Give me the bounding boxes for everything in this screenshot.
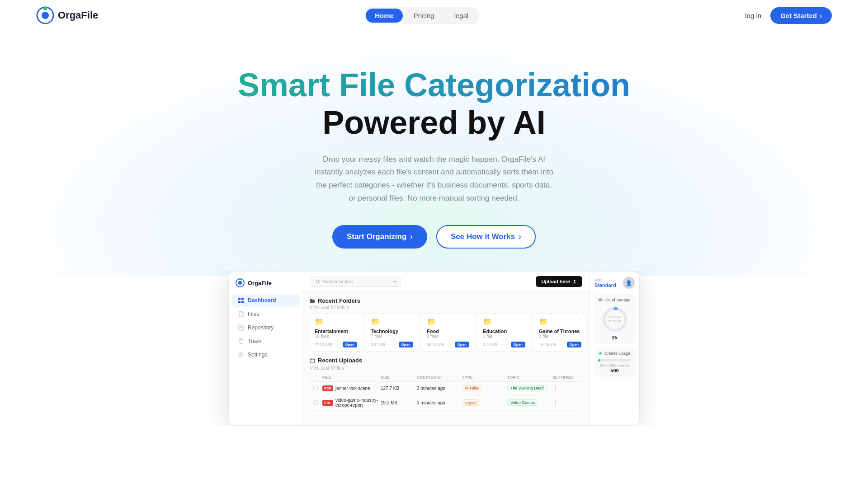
row-checkbox[interactable]: [313, 400, 318, 405]
svg-rect-7: [241, 298, 244, 300]
app-content: Recent Folders View Last 5 Folders 📁↑ En…: [303, 292, 590, 416]
logo-icon: [36, 6, 54, 24]
credits-bar: [598, 359, 600, 361]
folder-card-entertainment[interactable]: 📁↑ Entertainment 16 files 77.35 MBOpen: [310, 313, 362, 352]
plan-name: Standard: [594, 282, 616, 288]
open-badge[interactable]: Open: [511, 342, 525, 347]
recent-folders-subtitle: View Last 5 Folders: [310, 305, 583, 310]
app-main: Search for files ▾ Upload here: [303, 272, 590, 425]
open-badge[interactable]: Open: [567, 342, 581, 347]
sidebar-item-dashboard[interactable]: Dashboard: [231, 294, 300, 307]
folder-icon: [310, 298, 315, 304]
navbar: OrgaFile Home Pricing legal log in Get S…: [0, 0, 868, 31]
sidebar-item-trash[interactable]: Trash: [231, 335, 300, 347]
brand-logo[interactable]: OrgaFile: [36, 6, 98, 24]
folder-size: 0.32 KB: [371, 343, 385, 347]
row-settings-icon[interactable]: ⋮: [552, 399, 580, 406]
logo-text: OrgaFile: [58, 9, 98, 21]
folders-row: 📁↑ Entertainment 16 files 77.35 MBOpen 📁…: [310, 313, 583, 352]
hero-title: Smart File Categorization Powered by AI: [18, 67, 850, 142]
recent-uploads-section: Recent Uploads View Last 8 Files FILE SI…: [310, 357, 583, 411]
sidebar-item-settings[interactable]: Settings: [231, 348, 300, 361]
svg-rect-8: [238, 301, 241, 303]
upload-small-icon: ↑: [467, 317, 469, 322]
table-header: FILE SIZE CREATED AT TYPE TOPIC SETTINGS: [310, 373, 583, 382]
folder-card-education[interactable]: 📁↑ Education 1 file 0.20 KBOpen: [478, 313, 530, 352]
folder-count: 7 files: [371, 334, 413, 339]
nav-pricing[interactable]: Pricing: [405, 9, 443, 23]
folder-card-game-of-thrones[interactable]: 📁↑ Game of Thrones 1 file 16.16 MBOpen: [534, 313, 586, 352]
search-dropdown-icon: ▾: [394, 279, 396, 284]
cloud-storage-title: Cloud Storage: [598, 298, 631, 302]
folder-blue-icon: 📁: [539, 317, 548, 326]
recent-uploads-title: Recent Uploads: [310, 357, 583, 364]
folder-size: 39.91 MB: [427, 343, 444, 347]
recent-folders-section: Recent Folders View Last 5 Folders: [310, 297, 583, 310]
cloud-storage-card: Cloud Storage 123.7 MB of 25 GB 25: [594, 294, 635, 344]
storage-donut-chart: 123.7 MB of 25 GB: [598, 306, 631, 333]
recent-folders-title: Recent Folders: [310, 297, 583, 304]
user-avatar[interactable]: 👤: [623, 277, 635, 289]
svg-point-13: [240, 354, 242, 356]
svg-line-15: [319, 282, 320, 284]
table-row: PDF jenner-vox-scene 127.7 KB 3 minutes …: [310, 382, 583, 395]
folder-count: 16 files: [315, 334, 357, 339]
open-badge[interactable]: Open: [343, 342, 357, 347]
folder-blue-icon: 📁: [427, 317, 436, 326]
get-started-button[interactable]: Get Started ›: [770, 7, 832, 24]
upload-small-icon: ↑: [579, 317, 581, 322]
folder-card-technology[interactable]: 📁↑ Technology 7 files 0.32 KBOpen: [366, 313, 418, 352]
folder-blue-icon: 📁: [483, 317, 492, 326]
table-row: PDF video-game-industry-europe-report 19…: [310, 395, 583, 411]
nav-home[interactable]: Home: [366, 9, 403, 23]
credits-count: 32 of 500 credits: [598, 363, 631, 368]
row-checkbox[interactable]: [313, 386, 318, 390]
type-tag: teleplay: [462, 385, 482, 391]
app-right-panel: Plan Standard 👤 Cloud Storage 12: [590, 272, 639, 425]
upload-button[interactable]: Upload here: [536, 276, 582, 287]
open-badge[interactable]: Open: [455, 342, 469, 347]
hero-section: Smart File Categorization Powered by AI …: [0, 31, 868, 276]
row-settings-icon[interactable]: ⋮: [552, 385, 580, 392]
chevron-right-icon: ›: [519, 232, 521, 241]
start-organizing-button[interactable]: Start Organizing ›: [332, 225, 427, 249]
upload-small-icon: ↑: [411, 317, 413, 322]
type-tag: report: [462, 399, 479, 406]
svg-point-14: [316, 280, 319, 282]
plan-section: Plan Standard 👤: [594, 277, 635, 289]
nav-links: Home Pricing legal: [364, 7, 479, 24]
search-bar[interactable]: Search for files ▾: [311, 277, 401, 287]
see-how-it-works-button[interactable]: See How It Works ›: [436, 225, 536, 249]
folder-card-food[interactable]: 📁↑ Food 2 files 39.91 MBOpen: [422, 313, 474, 352]
folder-name: Entertainment: [315, 328, 357, 334]
folder-count: 1 file: [483, 334, 525, 339]
hero-buttons: Start Organizing › See How It Works ›: [18, 225, 850, 249]
credits-total: 500: [598, 368, 631, 373]
nav-right: log in Get Started ›: [745, 7, 832, 24]
folder-size: 0.20 KB: [483, 343, 497, 347]
app-logo-bar: OrgaFile: [229, 278, 303, 294]
folder-name: Technology: [371, 328, 413, 334]
svg-text:123.7 MB: 123.7 MB: [608, 315, 622, 319]
sidebar-item-repository[interactable]: Repository: [231, 321, 300, 334]
svg-point-5: [239, 278, 241, 280]
pdf-icon: PDF: [322, 385, 333, 391]
open-badge[interactable]: Open: [399, 342, 413, 347]
folder-name: Game of Thrones: [539, 328, 581, 334]
app-preview: OrgaFile Dashboard: [228, 271, 640, 426]
svg-text:of 25 GB: of 25 GB: [609, 319, 621, 323]
folder-count: 2 files: [427, 334, 469, 339]
folder-size: 77.35 MB: [315, 343, 332, 347]
svg-rect-6: [238, 298, 241, 300]
chevron-right-icon: ›: [410, 232, 413, 241]
nav-legal[interactable]: legal: [445, 9, 478, 23]
search-icon: [316, 279, 320, 284]
app-preview-container: OrgaFile Dashboard: [0, 271, 868, 426]
sidebar-nav: Dashboard Files: [229, 294, 303, 361]
login-button[interactable]: log in: [745, 12, 761, 19]
sidebar-item-files[interactable]: Files: [231, 308, 300, 320]
grid-icon: [238, 297, 244, 304]
folder-blue-icon: 📁: [315, 317, 324, 326]
recent-uploads-subtitle: View Last 8 Files: [310, 366, 583, 371]
svg-point-22: [599, 352, 601, 354]
